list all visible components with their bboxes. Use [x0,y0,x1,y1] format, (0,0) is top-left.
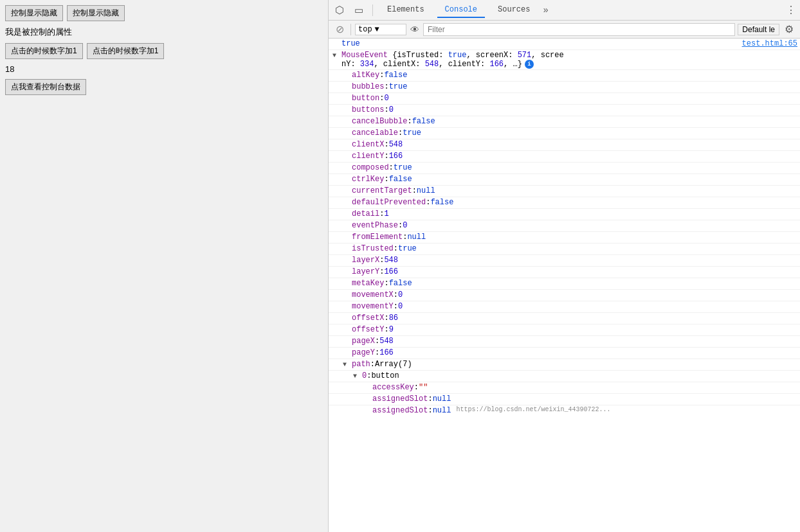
default-levels-btn[interactable]: Default le [738,24,779,35]
console-line[interactable]: ▼path: Array(7) [329,359,800,371]
tab-console[interactable]: Console [437,3,485,18]
console-line: assignedSlot: null [329,394,800,405]
number-value: 18 [5,63,323,75]
prop-key: cancelable [352,129,398,137]
devtools-menu-icon[interactable]: ⋮ [786,4,796,17]
prop-value: true [394,163,412,172]
devtools-settings-icon[interactable]: ⚙ [782,22,796,37]
prop-value: button [371,371,399,380]
prop-value: Array(7) [375,360,412,369]
prop-key: ctrlKey [352,175,384,184]
prop-value: "" [419,383,428,392]
prop-value: null [407,233,426,242]
eye-icon[interactable]: 👁 [409,23,421,36]
toggle-visibility-btn-1[interactable]: 控制显示隐藏 [5,5,63,21]
prop-value: 86 [389,314,398,323]
prop-value: 166 [379,348,394,357]
expandable-object: MouseEvent {isTrusted: true, screenX: 57… [341,51,564,69]
toolbar-separator [350,24,351,35]
console-line: pageY: 166 [329,348,800,359]
prop-key: detail [352,209,379,218]
prop-value: false [389,175,412,184]
prop-value: false [412,117,435,126]
prop-value: true [389,82,408,91]
increment-btn-1[interactable]: 点击的时候数字加1 [5,43,83,59]
prop-key: pageY [352,348,375,357]
console-line: clientX: 548 [329,139,800,151]
prop-key: currentTarget [352,186,412,195]
prop-value: false [384,71,407,80]
prop-key: button [352,94,379,103]
console-value: true [341,39,360,48]
prop-key: fromElement [352,233,403,242]
prop-value: 0 [398,290,403,299]
console-line: cancelBubble: false [329,116,800,128]
console-line: offsetY: 9 [329,324,800,336]
console-filter-input[interactable] [423,23,735,36]
prop-value: 0 [384,94,388,103]
console-line: detail: 1 [329,209,800,220]
context-value: top [358,25,372,34]
view-console-data-btn[interactable]: 点我查看控制台数据 [5,79,86,95]
console-line: ctrlKey: false [329,174,800,186]
number-buttons-row: 点击的时候数字加1 点击的时候数字加1 [5,43,323,59]
devtools-panel: ⬡ ▭ Elements Console Sources » ⋮ ⊘ top ▼… [328,0,800,532]
prop-key: eventPhase [352,221,398,230]
more-tabs-icon[interactable]: » [543,5,548,15]
prop-key: clientY [352,152,384,161]
clear-console-btn[interactable]: ⊘ [332,22,347,37]
prop-key: altKey [352,71,379,80]
tab-sources[interactable]: Sources [490,3,538,18]
console-line: offsetX: 86 [329,313,800,324]
prop-key: movementY [352,302,394,311]
console-line: bubbles: true [329,82,800,93]
console-line: buttons: 0 [329,105,800,116]
control-buttons-row: 控制显示隐藏 控制显示隐藏 [5,5,323,21]
prop-value: false [389,279,412,288]
prop-key: offsetY [352,325,384,334]
console-line: defaultPrevented: false [329,197,800,209]
console-line: clientY: 166 [329,151,800,163]
context-selector[interactable]: top ▼ [355,24,406,35]
console-line: movementY: 0 [329,301,800,313]
devtools-tabbar: ⬡ ▭ Elements Console Sources » ⋮ [329,0,800,21]
toggle-visibility-btn-2[interactable]: 控制显示隐藏 [67,5,125,21]
device-toggle-icon[interactable]: ▭ [352,3,366,17]
console-line[interactable]: ▼MouseEvent {isTrusted: true, screenX: 5… [329,50,800,70]
prop-value: null [417,186,435,195]
prop-key: bubbles [352,82,384,91]
prop-value: true [398,244,417,253]
console-line: metaKey: false [329,278,800,290]
console-line: currentTarget: null [329,186,800,197]
console-line: truetest.html:65 [329,39,800,50]
console-line: isTrusted: true [329,244,800,255]
prop-value: 0 [398,302,403,311]
tab-separator [372,4,373,16]
prop-key: 0 [362,371,367,380]
prop-key: offsetX [352,314,384,323]
tab-elements[interactable]: Elements [379,3,432,18]
prop-key: assignedSlot [372,395,428,403]
prop-value: 548 [384,256,398,265]
console-line: layerX: 548 [329,255,800,267]
expand-arrow-icon: ▼ [353,373,357,380]
prop-value: true [403,129,421,137]
prop-value: 1 [384,209,388,218]
prop-value: false [430,198,453,207]
prop-key: metaKey [352,279,384,288]
prop-value: 548 [389,140,403,149]
prop-key: composed [352,163,389,172]
console-file-link[interactable]: test.html:65 [737,39,797,48]
prop-value: 9 [389,325,394,334]
prop-value: null [433,395,451,403]
cursor-icon[interactable]: ⬡ [332,3,347,17]
console-toolbar: ⊘ top ▼ 👁 Default le ⚙ [329,21,800,39]
increment-btn-2[interactable]: 点击的时候数字加1 [87,43,165,59]
attr-text-label: 我是被控制的属性 [5,25,323,39]
expand-arrow-icon: ▼ [343,361,347,368]
prop-key: clientX [352,140,384,149]
prop-key: buttons [352,105,384,114]
prop-key: isTrusted [352,244,394,253]
console-line[interactable]: ▼0: button [329,371,800,382]
console-line: fromElement: null [329,232,800,244]
